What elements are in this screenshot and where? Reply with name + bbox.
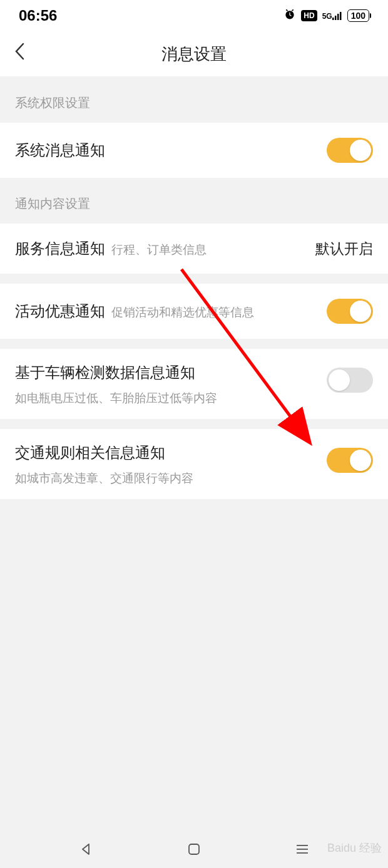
promotion-label: 活动优惠通知 bbox=[15, 301, 105, 321]
vehicle-detection-label: 基于车辆检测数据信息通知 bbox=[15, 363, 217, 383]
promotion-row: 活动优惠通知 促销活动和精选优惠等信息 bbox=[0, 284, 388, 339]
promotion-sublabel: 促销活动和精选优惠等信息 bbox=[111, 304, 254, 321]
service-info-label: 服务信息通知 bbox=[15, 239, 105, 259]
nav-home-icon[interactable] bbox=[186, 842, 202, 857]
vehicle-detection-desc: 如电瓶电压过低、车胎胎压过低等内容 bbox=[15, 390, 217, 406]
nav-back-icon[interactable] bbox=[78, 842, 93, 857]
watermark: Baidu 经验 bbox=[327, 840, 382, 855]
system-notification-row: 系统消息通知 bbox=[0, 123, 388, 178]
vehicle-detection-toggle[interactable] bbox=[327, 368, 373, 393]
traffic-rules-toggle[interactable] bbox=[327, 448, 373, 473]
svg-rect-3 bbox=[337, 14, 339, 20]
service-info-row: 服务信息通知 行程、订单类信息 默认开启 bbox=[0, 224, 388, 274]
status-bar: 06:56 HD 5G 100 bbox=[0, 0, 388, 31]
nav-header: 消息设置 bbox=[0, 31, 388, 77]
system-notification-toggle[interactable] bbox=[327, 138, 373, 163]
section-header-system: 系统权限设置 bbox=[0, 77, 388, 123]
traffic-rules-desc: 如城市高发违章、交通限行等内容 bbox=[15, 470, 193, 487]
vehicle-detection-row: 基于车辆检测数据信息通知 如电瓶电压过低、车胎胎压过低等内容 bbox=[0, 349, 388, 419]
alarm-icon bbox=[283, 8, 296, 24]
svg-rect-4 bbox=[340, 12, 342, 20]
nav-recent-icon[interactable] bbox=[295, 842, 310, 857]
traffic-rules-label: 交通规则相关信息通知 bbox=[15, 443, 193, 463]
svg-rect-7 bbox=[189, 844, 199, 854]
network-icon: 5G bbox=[322, 11, 342, 21]
page-title: 消息设置 bbox=[0, 43, 388, 65]
status-time: 06:56 bbox=[19, 7, 57, 24]
service-info-sublabel: 行程、订单类信息 bbox=[111, 242, 207, 258]
hd-icon: HD bbox=[301, 10, 317, 21]
service-info-value: 默认开启 bbox=[315, 239, 373, 259]
svg-rect-1 bbox=[332, 18, 334, 20]
system-notification-label: 系统消息通知 bbox=[15, 140, 105, 160]
back-button[interactable] bbox=[14, 42, 25, 66]
traffic-rules-row: 交通规则相关信息通知 如城市高发违章、交通限行等内容 bbox=[0, 429, 388, 499]
battery-icon: 100 bbox=[347, 9, 369, 22]
promotion-toggle[interactable] bbox=[327, 299, 373, 324]
section-header-content: 通知内容设置 bbox=[0, 178, 388, 224]
status-indicators: HD 5G 100 bbox=[283, 8, 369, 24]
svg-rect-2 bbox=[335, 16, 337, 20]
